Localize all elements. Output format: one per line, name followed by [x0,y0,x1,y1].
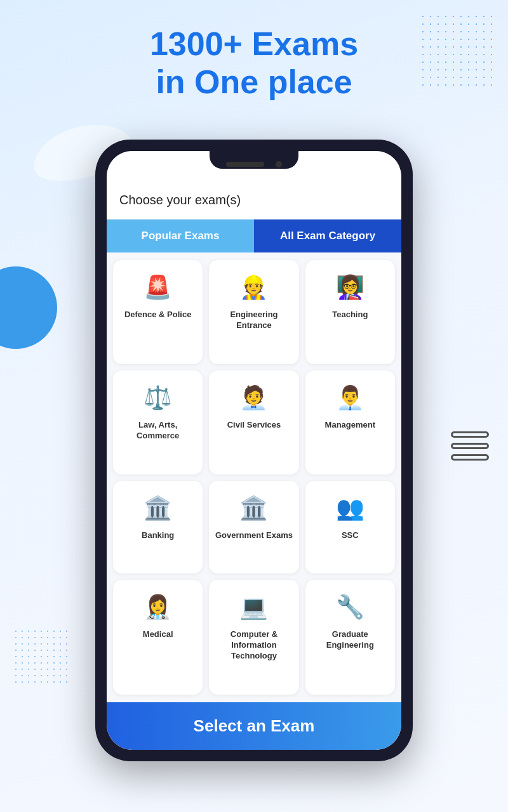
law-arts-commerce-label: Law, Arts, Commerce [118,420,197,442]
ssc-icon: 👥 [333,491,367,525]
medical-icon: 👩‍⚕️ [141,590,175,624]
ssc-label: SSC [342,530,359,541]
notch [210,151,298,169]
civil-services-label: Civil Services [227,420,281,431]
category-card-law-arts-commerce[interactable]: ⚖️Law, Arts, Commerce [113,370,203,475]
phone-frame: Choose your exam(s) Popular Exams All Ex… [95,140,413,761]
category-card-civil-services[interactable]: 🧑‍💼Civil Services [209,370,298,475]
heading-line2: in One place [156,63,352,100]
dots-decoration-bottom-left [13,628,70,685]
government-exams-icon: 🏛️ [237,491,271,525]
government-exams-label: Government Exams [215,530,293,541]
category-card-engineering-entrance[interactable]: 👷Engineering Entrance [209,260,298,364]
category-card-graduate-engineering[interactable]: 🔧Graduate Engineering [305,580,395,695]
select-exam-button[interactable]: Select an Exam [107,702,401,750]
heading-line1: 1300+ Exams [150,25,358,62]
categories-grid: 🚨Defence & Police👷Engineering Entrance👩‍… [107,252,401,702]
category-card-medical[interactable]: 👩‍⚕️Medical [113,580,203,695]
computer-it-icon: 💻 [237,590,271,624]
tabs-row: Popular Exams All Exam Category [107,219,401,252]
teaching-label: Teaching [332,310,368,320]
category-card-government-exams[interactable]: 🏛️Government Exams [209,481,298,574]
law-arts-commerce-icon: ⚖️ [141,381,175,415]
speaker [226,162,264,167]
defence-police-icon: 🚨 [141,270,175,304]
category-card-teaching[interactable]: 👩‍🏫Teaching [305,260,395,364]
graduate-engineering-icon: 🔧 [333,590,367,624]
category-card-banking[interactable]: 🏛️Banking [113,481,203,574]
notch-area [107,151,401,184]
graduate-engineering-label: Graduate Engineering [311,629,390,651]
camera [276,161,282,167]
civil-services-icon: 🧑‍💼 [237,381,271,415]
management-label: Management [325,420,375,431]
category-card-computer-it[interactable]: 💻Computer & Information Technology [209,580,298,695]
choose-label: Choose your exam(s) [119,193,389,207]
banking-icon: 🏛️ [141,491,175,525]
management-icon: 👨‍💼 [333,381,367,415]
category-card-management[interactable]: 👨‍💼Management [305,370,395,475]
category-card-ssc[interactable]: 👥SSC [305,481,395,574]
tab-all-exam-category[interactable]: All Exam Category [254,219,401,252]
banking-label: Banking [142,530,174,541]
lines-decoration-right [451,431,489,461]
tab-popular-exams[interactable]: Popular Exams [107,219,254,252]
engineering-entrance-label: Engineering Entrance [214,310,293,331]
computer-it-label: Computer & Information Technology [214,629,293,662]
category-card-defence-police[interactable]: 🚨Defence & Police [113,260,203,364]
defence-police-label: Defence & Police [124,310,192,320]
medical-label: Medical [143,629,173,640]
engineering-entrance-icon: 👷 [237,270,271,304]
circle-decoration-left [0,266,57,349]
phone-screen: Choose your exam(s) Popular Exams All Ex… [107,151,401,750]
choose-header: Choose your exam(s) [107,184,401,219]
teaching-icon: 👩‍🏫 [333,270,367,304]
main-heading: 1300+ Exams in One place [0,25,508,102]
